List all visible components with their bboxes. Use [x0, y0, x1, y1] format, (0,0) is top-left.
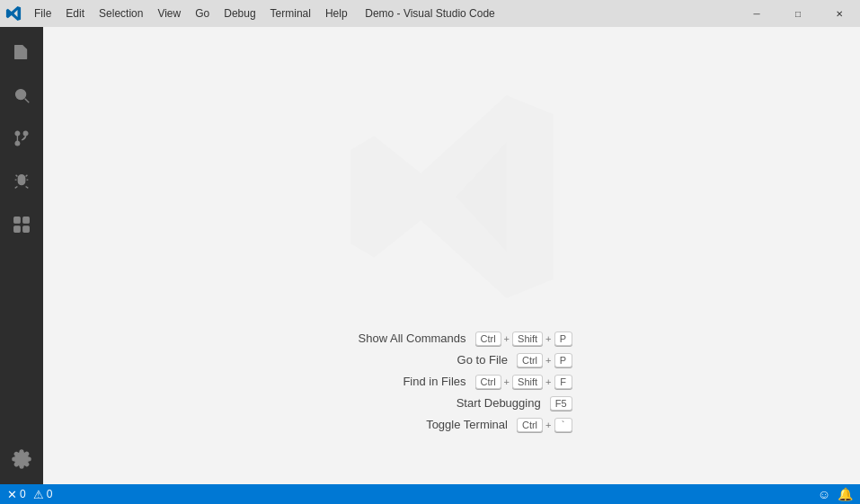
svg-point-4 [15, 141, 20, 146]
keyboard-key: Ctrl [475, 332, 501, 346]
content-area: Show All CommandsCtrl+Shift+PGo to FileC… [43, 27, 860, 484]
shortcut-row: Toggle TerminalCtrl+` [332, 418, 572, 432]
svg-point-0 [16, 90, 26, 100]
menu-go[interactable]: Go [188, 0, 217, 27]
shortcuts-grid: Show All CommandsCtrl+Shift+PGo to FileC… [332, 332, 572, 432]
keyboard-key: Ctrl [517, 418, 543, 432]
key-separator: + [545, 355, 551, 366]
status-bar: ✕ 0 ⚠ 0 ☺ 🔔 [0, 484, 860, 504]
svg-line-1 [25, 99, 30, 103]
shortcut-label: Show All Commands [332, 332, 466, 345]
keyboard-key: Ctrl [475, 375, 501, 389]
keyboard-key: ` [554, 418, 572, 432]
shortcut-row: Start DebuggingF5 [332, 396, 572, 411]
shortcut-label: Start Debugging [406, 396, 541, 410]
svg-rect-7 [14, 226, 20, 232]
shortcut-keys: Ctrl+P [517, 353, 572, 367]
warning-number: 0 [47, 488, 53, 500]
menu-edit[interactable]: Edit [58, 0, 92, 27]
shortcut-label: Go to File [373, 353, 508, 367]
svg-point-2 [15, 131, 20, 136]
keyboard-key: P [554, 353, 572, 367]
key-separator: + [504, 376, 510, 387]
svg-point-3 [23, 131, 28, 136]
keyboard-key: Shift [512, 375, 543, 389]
menu-file[interactable]: File [27, 0, 58, 27]
shortcut-keys: Ctrl+Shift+P [475, 332, 572, 346]
title-bar: File Edit Selection View Go Debug Termin… [0, 0, 860, 27]
vscode-watermark [335, 80, 569, 314]
app-icon [0, 0, 27, 27]
menu-help[interactable]: Help [318, 0, 355, 27]
status-left: ✕ 0 ⚠ 0 [7, 488, 52, 501]
debug-icon[interactable] [0, 160, 43, 203]
close-button[interactable]: ✕ [819, 0, 860, 27]
error-count[interactable]: ✕ 0 [7, 488, 26, 501]
shortcut-row: Find in FilesCtrl+Shift+F [332, 375, 572, 389]
key-separator: + [545, 333, 551, 344]
search-icon[interactable] [0, 74, 43, 117]
activity-bar [0, 27, 43, 484]
menu-debug[interactable]: Debug [217, 0, 262, 27]
error-number: 0 [20, 488, 26, 500]
menu-selection[interactable]: Selection [92, 0, 150, 27]
error-icon: ✕ [7, 488, 17, 501]
keyboard-key: F5 [550, 396, 572, 411]
warning-icon: ⚠ [33, 488, 44, 501]
settings-icon[interactable] [0, 438, 43, 481]
keyboard-key: Shift [512, 332, 543, 346]
window-title: Demo - Visual Studio Code [365, 7, 495, 20]
svg-rect-5 [14, 217, 20, 223]
key-separator: + [504, 333, 510, 344]
keyboard-key: P [554, 332, 572, 346]
shortcut-keys: Ctrl+Shift+F [475, 375, 572, 389]
menu-terminal[interactable]: Terminal [263, 0, 318, 27]
keyboard-key: Ctrl [517, 353, 543, 367]
minimize-button[interactable]: ─ [736, 0, 777, 27]
key-separator: + [545, 420, 551, 430]
source-control-icon[interactable] [0, 117, 43, 160]
extensions-icon[interactable] [0, 203, 43, 246]
notification-icon[interactable]: 🔔 [838, 487, 853, 501]
keyboard-key: F [554, 375, 572, 389]
shortcut-row: Show All CommandsCtrl+Shift+P [332, 332, 572, 346]
shortcut-keys: Ctrl+` [517, 418, 572, 432]
svg-rect-8 [23, 226, 29, 232]
window-controls: ─ □ ✕ [736, 0, 860, 27]
key-separator: + [545, 376, 551, 387]
shortcut-keys: F5 [550, 396, 572, 411]
svg-rect-6 [23, 217, 29, 223]
menu-view[interactable]: View [150, 0, 188, 27]
maximize-button[interactable]: □ [777, 0, 819, 27]
shortcut-label: Toggle Terminal [373, 418, 508, 431]
smiley-icon[interactable]: ☺ [818, 487, 830, 501]
main-layout: Show All CommandsCtrl+Shift+PGo to FileC… [0, 27, 860, 484]
shortcut-row: Go to FileCtrl+P [332, 353, 572, 367]
status-right: ☺ 🔔 [818, 487, 853, 501]
shortcut-label: Find in Files [332, 375, 466, 388]
warning-count[interactable]: ⚠ 0 [33, 488, 53, 501]
files-icon[interactable] [0, 31, 43, 74]
